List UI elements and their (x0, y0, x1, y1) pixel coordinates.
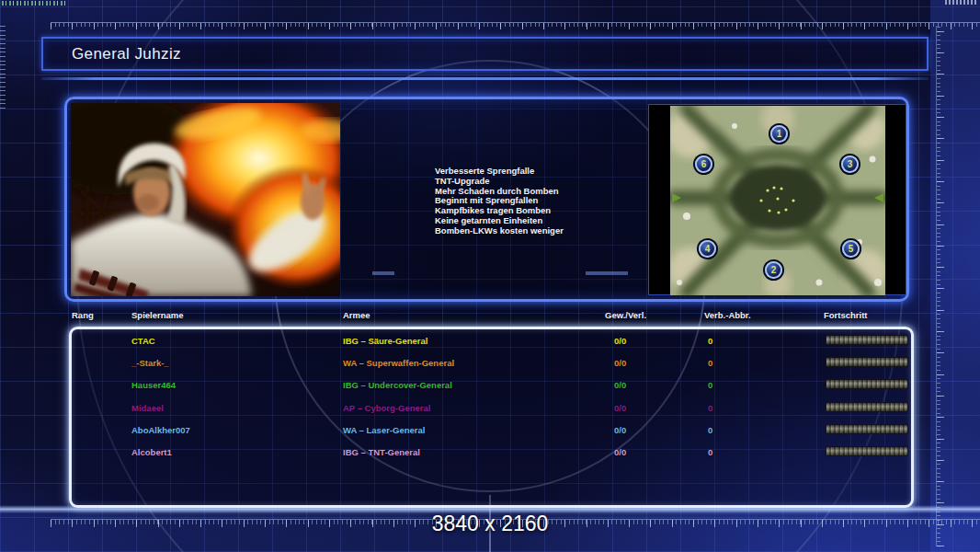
player-disconnects: 0 (708, 425, 712, 435)
player-army: IBG – TNT-General (343, 447, 420, 457)
player-win-loss: 0/0 (614, 380, 626, 390)
player-disconnects: 0 (708, 380, 712, 390)
start-position-marker: 5 (842, 240, 860, 258)
player-win-loss: 0/0 (614, 403, 626, 413)
general-portrait-image (71, 103, 340, 296)
description-line: TNT-Upgrade (435, 177, 564, 187)
load-progress-bar (826, 379, 908, 389)
player-disconnects: 0 (708, 403, 712, 413)
start-position-marker: 3 (841, 155, 859, 173)
load-progress-bar (826, 357, 908, 367)
title-bar: General Juhziz (41, 37, 929, 71)
description-line: Bomben-LKWs kosten weniger (435, 226, 564, 236)
column-header-win-loss: Gew./Verl. (605, 310, 646, 320)
player-win-loss: 0/0 (614, 425, 626, 435)
ruler-top (51, 22, 980, 29)
decor-bar (586, 271, 628, 275)
player-name: AboAlkher007 (131, 425, 190, 435)
ruler-left (0, 26, 6, 109)
table-row: CTAC IBG – Säure-General 0/0 0 (69, 333, 914, 353)
player-disconnects: 0 (708, 358, 712, 368)
player-disconnects: 0 (708, 336, 712, 346)
start-position-marker: 2 (765, 261, 782, 279)
minimap: 123456 (648, 104, 906, 295)
load-progress-bar (826, 402, 908, 412)
player-win-loss: 0/0 (614, 447, 626, 457)
column-header-progress: Fortschritt (824, 310, 868, 320)
player-army: WA – Superwaffen-General (343, 358, 454, 368)
minimap-terrain: 123456 (670, 106, 885, 295)
column-header-player: Spielername (131, 310, 184, 320)
page-title: General Juhziz (72, 45, 181, 63)
title-underline (41, 77, 929, 80)
player-name: CTAC (131, 336, 155, 346)
resolution-label: 3840 x 2160 (0, 512, 980, 536)
table-row: Alcobert1 IBG – TNT-General 0/0 0 (69, 444, 914, 465)
debug-overlay-text (2, 1, 66, 6)
player-win-loss: 0/0 (614, 358, 626, 368)
start-position-marker: 4 (699, 240, 716, 258)
column-header-army: Armee (343, 310, 370, 320)
table-row: Hauser464 IBG – Undercover-General 0/0 0 (69, 377, 914, 397)
general-description: Verbesserte SprengfalleTNT-UpgradeMehr S… (435, 167, 564, 236)
decor-bar (372, 271, 394, 275)
player-name: Midaeel (131, 403, 164, 413)
table-row: _-Stark-_ WA – Superwaffen-General 0/0 0 (69, 355, 914, 375)
player-army: IBG – Undercover-General (343, 380, 452, 390)
player-name: _-Stark-_ (131, 358, 169, 368)
load-progress-bar (826, 424, 908, 434)
start-position-marker: 1 (770, 125, 788, 143)
player-disconnects: 0 (708, 447, 712, 457)
player-army: IBG – Säure-General (343, 336, 427, 346)
player-army: WA – Laser-General (343, 425, 425, 435)
column-header-rank: Rang (72, 310, 94, 320)
player-name: Alcobert1 (131, 447, 172, 457)
start-position-marker: 6 (695, 155, 712, 173)
player-win-loss: 0/0 (614, 336, 626, 346)
build-info-text (945, 0, 976, 5)
table-row: AboAlkher007 WA – Laser-General 0/0 0 (69, 422, 914, 443)
player-army: AP – Cyborg-General (343, 403, 430, 413)
column-header-disconnects: Verb.-Abbr. (704, 310, 751, 320)
ruler-right (936, 26, 944, 546)
table-row: Midaeel AP – Cyborg-General 0/0 0 (69, 400, 914, 420)
player-name: Hauser464 (131, 380, 176, 390)
load-progress-bar (826, 446, 908, 456)
load-progress-bar (826, 335, 908, 345)
